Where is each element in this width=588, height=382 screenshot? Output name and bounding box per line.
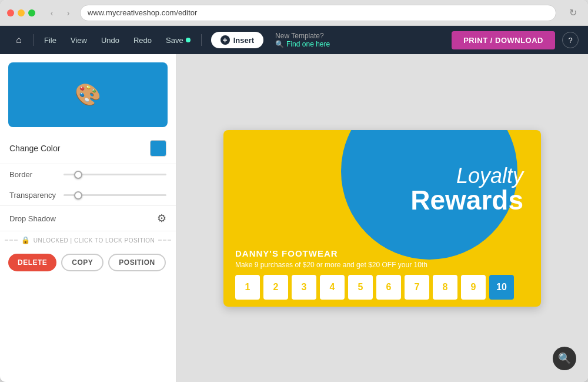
punch-boxes: 1 2 3 4 5 6 7 8 9 10 xyxy=(235,275,529,300)
punch-box-10: 10 xyxy=(489,275,514,300)
loyalty-card[interactable]: Loyalty Rewards DANNY'S FOOTWEAR Make 9 … xyxy=(223,130,541,307)
toolbar-separator-2 xyxy=(201,34,202,46)
undo-button[interactable]: Undo xyxy=(95,32,125,48)
left-panel: 🎨 Change Color Border Transpa xyxy=(0,54,176,382)
find-template-link[interactable]: 🔍 Find one here xyxy=(275,40,330,48)
loyalty-title-rewards: Rewards xyxy=(410,187,523,214)
save-label: Save xyxy=(166,36,183,45)
border-row: Border xyxy=(0,164,176,185)
transparency-slider[interactable] xyxy=(64,194,166,196)
app-container: ⌂ File View Undo Redo Save + Insert New … xyxy=(0,26,588,382)
delete-button[interactable]: DELETE xyxy=(8,254,56,271)
punch-box-1: 1 xyxy=(235,275,260,300)
help-button[interactable]: ? xyxy=(562,32,579,48)
transparency-row: Transparency xyxy=(0,185,176,205)
color-swatch[interactable] xyxy=(150,140,166,157)
insert-button[interactable]: + Insert xyxy=(211,32,263,48)
traffic-lights xyxy=(7,9,35,16)
border-slider[interactable] xyxy=(64,174,166,175)
copy-button[interactable]: COPY xyxy=(61,254,103,271)
main-area: 🎨 Change Color Border Transpa xyxy=(0,54,588,382)
forward-button[interactable]: › xyxy=(61,6,75,20)
browser-titlebar: ‹ › www.mycreativeshop.com/editor ↻ xyxy=(0,0,588,26)
new-template-label: New Template? xyxy=(275,32,330,40)
back-button[interactable]: ‹ xyxy=(45,6,59,20)
shadow-settings-icon[interactable]: ⚙ xyxy=(157,212,166,225)
traffic-light-maximize[interactable] xyxy=(28,9,35,16)
card-bottom: DANNY'S FOOTWEAR Make 9 purchases of $20… xyxy=(223,239,541,307)
insert-plus-icon: + xyxy=(220,35,230,45)
lock-bar[interactable]: 🔒 UNLOCKED | CLICK TO LOCK POSITION xyxy=(0,231,176,249)
canvas-area: Loyalty Rewards DANNY'S FOOTWEAR Make 9 … xyxy=(176,54,588,382)
punch-box-9: 9 xyxy=(461,275,486,300)
drop-shadow-label: Drop Shadow xyxy=(9,214,56,223)
change-color-label: Change Color xyxy=(9,144,60,153)
zoom-icon: 🔍 xyxy=(558,352,571,365)
magnifier-icon: 🔍 xyxy=(275,40,284,48)
find-one-label: Find one here xyxy=(286,40,330,48)
lock-icon: 🔒 xyxy=(21,236,30,244)
punch-box-3: 3 xyxy=(292,275,316,300)
color-preview-area[interactable]: 🎨 xyxy=(8,62,168,127)
nav-buttons: ‹ › xyxy=(45,6,75,20)
card-title-area: Loyalty Rewards xyxy=(410,165,523,214)
action-buttons: DELETE COPY POSITION xyxy=(0,249,176,280)
insert-label: Insert xyxy=(233,36,254,45)
store-name: DANNY'S FOOTWEAR xyxy=(235,248,529,258)
border-slider-thumb[interactable] xyxy=(74,171,82,179)
print-download-button[interactable]: PRINT / DOWNLOAD xyxy=(452,31,555,49)
file-menu[interactable]: File xyxy=(38,32,62,48)
home-button[interactable]: ⌂ xyxy=(9,31,28,49)
toolbar-separator-1 xyxy=(33,34,34,46)
punch-box-6: 6 xyxy=(376,275,401,300)
save-status-dot xyxy=(186,38,191,42)
punch-box-2: 2 xyxy=(263,275,288,300)
lock-dash-left xyxy=(5,240,18,241)
border-label: Border xyxy=(9,170,56,179)
punch-box-5: 5 xyxy=(348,275,373,300)
lock-label: UNLOCKED | CLICK TO LOCK POSITION xyxy=(34,237,155,244)
store-tagline: Make 9 purchases of $20 or more and get … xyxy=(235,261,529,269)
transparency-label: Transparency xyxy=(9,191,56,200)
drop-shadow-row: Drop Shadow ⚙ xyxy=(0,206,176,231)
zoom-button[interactable]: 🔍 xyxy=(553,347,576,370)
app-toolbar: ⌂ File View Undo Redo Save + Insert New … xyxy=(0,26,588,54)
lock-dash-right xyxy=(158,240,171,241)
punch-box-4: 4 xyxy=(320,275,345,300)
punch-box-8: 8 xyxy=(433,275,457,300)
punch-box-7: 7 xyxy=(405,275,429,300)
new-template-area: New Template? 🔍 Find one here xyxy=(275,32,330,48)
redo-button[interactable]: Redo xyxy=(128,32,158,48)
change-color-row: Change Color xyxy=(0,135,176,164)
traffic-light-close[interactable] xyxy=(7,9,14,16)
transparency-slider-thumb[interactable] xyxy=(74,191,82,200)
save-button[interactable]: Save xyxy=(160,32,196,48)
address-bar[interactable]: www.mycreativeshop.com/editor xyxy=(80,5,556,21)
url-text: www.mycreativeshop.com/editor xyxy=(88,8,197,17)
loyalty-title-loyalty: Loyalty xyxy=(410,165,523,187)
view-menu[interactable]: View xyxy=(65,32,93,48)
refresh-button[interactable]: ↻ xyxy=(564,5,581,21)
traffic-light-minimize[interactable] xyxy=(18,9,25,16)
palette-icon: 🎨 xyxy=(75,82,101,107)
position-button[interactable]: POSITION xyxy=(108,254,165,271)
